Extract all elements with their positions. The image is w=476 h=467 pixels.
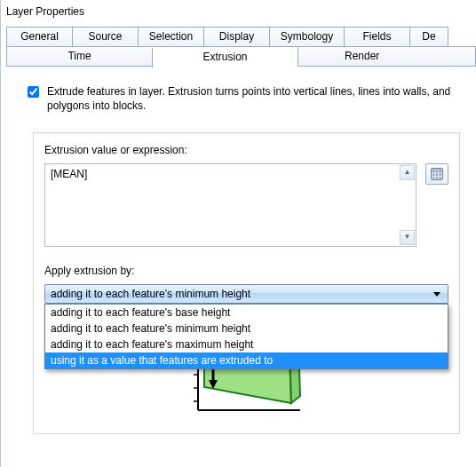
apply-option-max[interactable]: adding it to each feature's maximum heig… <box>45 336 448 352</box>
svg-rect-1 <box>432 170 441 172</box>
svg-rect-5 <box>432 177 435 179</box>
expression-textarea[interactable]: [MEAN] ▲ ▼ <box>44 163 416 247</box>
tab-time[interactable]: Time <box>6 47 152 67</box>
tab-panel-extrusion: Extrude features in layer. Extrusion tur… <box>1 67 476 443</box>
window-title: Layer Properties <box>1 0 476 27</box>
scroll-down-icon[interactable]: ▼ <box>400 230 415 245</box>
svg-rect-2 <box>432 174 435 177</box>
expression-label: Extrusion value or expression: <box>44 144 448 156</box>
apply-extrusion-selected: adding it to each feature's minimum heig… <box>51 288 250 300</box>
svg-rect-7 <box>440 177 442 179</box>
tab-symbology[interactable]: Symbology <box>269 27 344 46</box>
extrude-features-label: Extrude features in layer. Extrusion tur… <box>47 84 458 113</box>
tab-selection[interactable]: Selection <box>138 27 203 46</box>
extrude-features-checkbox[interactable] <box>28 86 39 98</box>
tab-general[interactable]: General <box>6 27 72 46</box>
apply-extrusion-combobox[interactable]: adding it to each feature's minimum heig… <box>44 284 448 304</box>
tab-source[interactable]: Source <box>72 27 138 46</box>
calculator-icon <box>430 167 444 181</box>
layer-properties-window: Layer Properties General Source Selectio… <box>0 0 476 467</box>
apply-option-min[interactable]: adding it to each feature's minimum heig… <box>45 321 448 336</box>
apply-extrusion-dropdown: adding it to each feature's base height … <box>44 304 448 369</box>
scroll-up-icon[interactable]: ▲ <box>400 165 415 180</box>
tab-fields[interactable]: Fields <box>344 27 409 46</box>
tab-strip: General Source Selection Display Symbolo… <box>6 27 476 67</box>
svg-rect-4 <box>440 174 442 177</box>
expression-value: [MEAN] <box>51 168 87 180</box>
extrusion-groupbox: Extrusion value or expression: [MEAN] ▲ … <box>33 132 460 434</box>
apply-option-base[interactable]: adding it to each feature's base height <box>45 305 448 321</box>
expression-builder-button[interactable] <box>425 163 448 185</box>
tab-extrusion[interactable]: Extrusion <box>152 48 298 67</box>
chevron-down-icon <box>433 292 440 297</box>
tab-de[interactable]: De <box>409 27 448 46</box>
tab-display[interactable]: Display <box>203 27 269 46</box>
apply-option-value[interactable]: using it as a value that features are ex… <box>45 352 448 368</box>
svg-rect-6 <box>436 177 439 179</box>
tab-render[interactable]: Render <box>298 47 476 67</box>
svg-rect-3 <box>436 174 439 177</box>
apply-extrusion-label: Apply extrusion by: <box>44 265 448 277</box>
